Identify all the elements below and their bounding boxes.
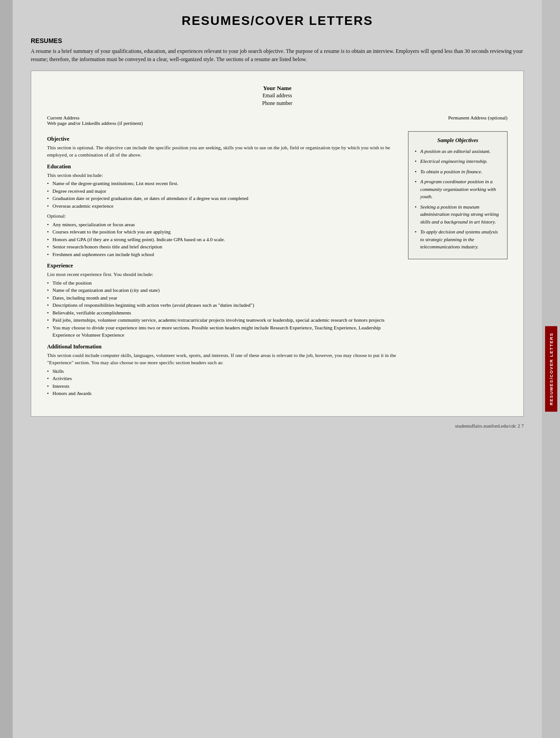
sample-objectives-list: A position as an editorial assistant. El…	[415, 148, 501, 251]
resume-header: Your Name Email address Phone number	[47, 85, 508, 108]
additional-bullets-list: Skills Activities Interests Honors and A…	[47, 367, 399, 397]
vertical-sidebar-label: RESUMES/COVER LETTERS	[545, 326, 557, 412]
exp-bullet-2: Name of the organization and location (c…	[47, 286, 399, 294]
sample-objectives-box: Sample Objectives A position as an edito…	[408, 131, 508, 259]
experience-title: Experience	[47, 262, 399, 269]
edu-opt-bullet-3: Honors and GPA (if they are a strong sel…	[47, 236, 399, 243]
sample-objectives-col: Sample Objectives A position as an edito…	[408, 131, 508, 398]
obj-item-5: Seeking a position in museum administrat…	[415, 203, 501, 226]
resume-addresses: Current Address Web page and/or LinkedIn…	[47, 115, 508, 126]
exp-bullet-5: Believable, verifiable accomplishments	[47, 309, 399, 317]
education-bullets-list: Name of the degree-granting institutions…	[47, 180, 399, 209]
resume-document: Your Name Email address Phone number Cur…	[31, 71, 524, 417]
edu-bullet-2: Degree received and major	[47, 187, 399, 195]
current-address-label: Current Address	[47, 115, 143, 120]
additional-text: This section could include computer skil…	[47, 352, 399, 367]
resumes-heading: RESUMES	[31, 37, 524, 44]
education-title: Education	[47, 163, 399, 170]
optional-label: Optional:	[47, 212, 399, 220]
experience-bullets-list: Title of the position Name of the organi…	[47, 279, 399, 339]
edu-opt-bullet-1: Any minors, specialization or focus area…	[47, 221, 399, 229]
obj-item-4: A program coordinator position in a comm…	[415, 178, 501, 200]
add-bullet-1: Skills	[47, 367, 399, 375]
resume-email: Email address	[47, 92, 508, 100]
page-title: RESUMES/COVER LETTERS	[31, 14, 524, 28]
education-optional-bullets: Any minors, specialization or focus area…	[47, 221, 399, 258]
edu-opt-bullet-4: Senior research/honors thesis title and …	[47, 243, 399, 251]
edu-opt-bullet-2: Courses relevant to the position for whi…	[47, 228, 399, 236]
permanent-address-label: Permanent Address (optional)	[448, 115, 508, 120]
resume-name: Your Name	[47, 85, 508, 92]
education-intro: This section should include:	[47, 171, 399, 179]
resume-phone: Phone number	[47, 100, 508, 107]
add-bullet-3: Interests	[47, 382, 399, 390]
current-address-block: Current Address Web page and/or LinkedIn…	[47, 115, 143, 126]
obj-item-2: Electrical engineering internship.	[415, 157, 501, 165]
web-address: Web page and/or LinkedIn address (if per…	[47, 120, 143, 126]
main-content: RESUMES/COVER LETTERS RESUMES A resume i…	[13, 0, 542, 738]
exp-bullet-1: Title of the position	[47, 279, 399, 287]
exp-bullet-3: Dates, including month and year	[47, 294, 399, 302]
additional-title: Additional Information	[47, 343, 399, 350]
obj-item-6: To apply decision and systems analysis t…	[415, 228, 501, 251]
footer: studentaffairs.stanford.edu/cdc 2 7	[31, 421, 524, 429]
resume-left-col: Objective This section is optional. The …	[47, 131, 399, 398]
sample-objectives-title: Sample Objectives	[415, 137, 501, 144]
left-border	[0, 0, 13, 738]
resume-two-col: Objective This section is optional. The …	[47, 131, 508, 398]
add-bullet-4: Honors and Awards	[47, 390, 399, 397]
obj-item-1: A position as an editorial assistant.	[415, 148, 501, 155]
experience-intro: List most recent experience first. You s…	[47, 271, 399, 278]
intro-text: A resume is a brief summary of your qual…	[31, 47, 524, 63]
exp-bullet-6: Paid jobs, internships, volunteer commun…	[47, 316, 399, 324]
add-bullet-2: Activities	[47, 375, 399, 382]
edu-bullet-4: Overseas academic experience	[47, 202, 399, 210]
permanent-address-block: Permanent Address (optional)	[448, 115, 508, 126]
objective-title: Objective	[47, 136, 399, 143]
edu-bullet-3: Graduation date or projected graduation …	[47, 195, 399, 202]
obj-item-3: To obtain a position in finance.	[415, 168, 501, 176]
right-sidebar: RESUMES/COVER LETTERS	[542, 0, 560, 738]
objective-text: This section is optional. The objective …	[47, 144, 399, 159]
exp-bullet-4: Descriptions of responsibilities beginni…	[47, 301, 399, 309]
edu-opt-bullet-5: Freshmen and sophomores can include high…	[47, 251, 399, 258]
edu-bullet-1: Name of the degree-granting institutions…	[47, 180, 399, 187]
exp-bullet-7: You may choose to divide your experience…	[47, 324, 399, 339]
